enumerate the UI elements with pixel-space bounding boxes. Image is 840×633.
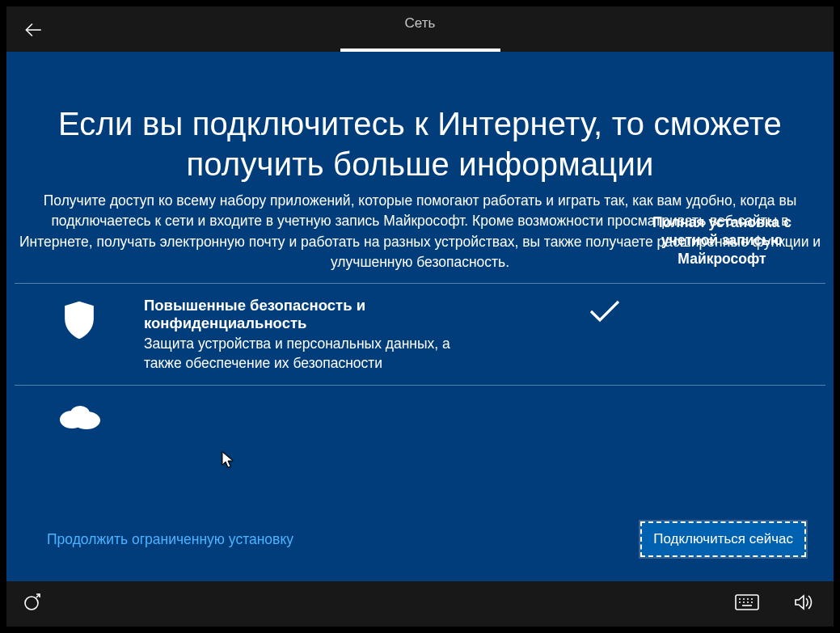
page-title: Если вы подключитесь к Интернету, то смо…	[15, 103, 825, 184]
feature-body: Защита устройства и персональных данных,…	[144, 334, 483, 373]
topbar: Сеть	[6, 6, 834, 52]
svg-point-4	[25, 597, 38, 610]
ease-of-access-icon[interactable]	[23, 593, 42, 615]
checkmark-icon	[500, 297, 710, 326]
keyboard-icon[interactable]	[735, 594, 759, 614]
table-row	[15, 386, 825, 463]
feature-title: Повышенные безопасность и конфиденциальн…	[144, 297, 483, 332]
continue-limited-link[interactable]: Продолжить ограниченную установку	[47, 531, 293, 548]
onedrive-icon	[15, 399, 144, 431]
taskbar	[6, 581, 834, 627]
volume-icon[interactable]	[793, 593, 813, 614]
connect-now-button[interactable]: Подключиться сейчас	[640, 521, 806, 557]
features-table: Повышенные безопасность и конфиденциальн…	[15, 283, 825, 463]
shield-icon	[15, 297, 144, 340]
svg-point-3	[70, 406, 90, 420]
table-row: Повышенные безопасность и конфиденциальн…	[15, 284, 825, 386]
back-button[interactable]	[21, 18, 45, 42]
tab-underline	[340, 49, 500, 52]
tab-network[interactable]: Сеть	[405, 15, 436, 43]
column-header-full-install: Полная установка с учетной записью Майкр…	[625, 213, 819, 268]
